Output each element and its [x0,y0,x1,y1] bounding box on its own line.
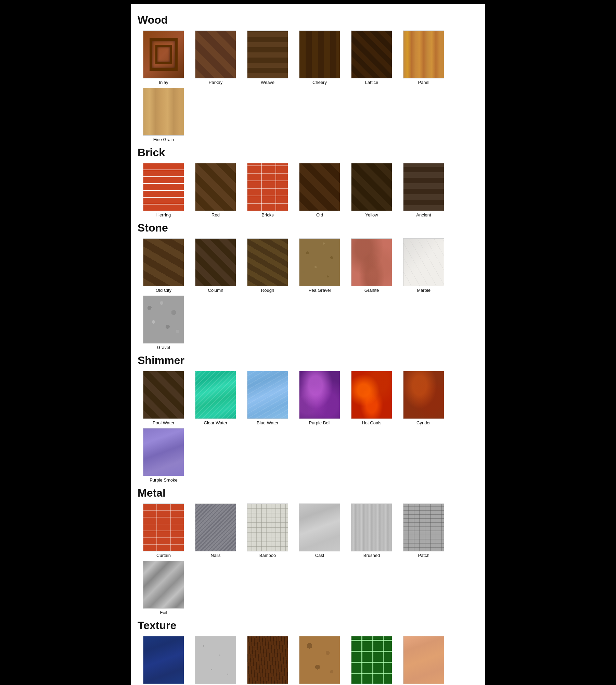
texture-item-marble[interactable]: Marble [400,238,448,293]
texture-item-cynder[interactable]: Cynder [400,371,448,425]
texture-swatch-brushed [351,503,392,551]
texture-swatch-yellow [351,163,392,211]
texture-item-parkay[interactable]: Parkay [192,30,240,85]
texture-swatch-inlay [143,30,184,78]
texture-item-pea-gravel[interactable]: Pea Gravel [296,238,344,293]
texture-swatch-ancient [403,163,444,211]
texture-label-old: Old [316,212,323,217]
section-title-shimmer: Shimmer [138,354,478,367]
texture-item-purpleboil[interactable]: Purple Boil [296,371,344,425]
texture-label-cynder: Cynder [416,420,431,425]
texture-item-yellow[interactable]: Yellow [348,163,396,217]
texture-item-column[interactable]: Column [192,238,240,293]
texture-swatch-purpleboil [299,371,340,419]
texture-item-greenplaid[interactable]: Green Plaid [348,636,396,685]
texture-label-hotcoals: Hot Coals [362,420,381,425]
texture-item-rough[interactable]: Rough [244,238,292,293]
texture-item-clearwater[interactable]: Clear Water [192,371,240,425]
texture-item-gravel[interactable]: Gravel [140,296,188,350]
texture-item-panel[interactable]: Panel [400,30,448,85]
texture-swatch-greenplaid [351,636,392,684]
texture-grid-wood: InlayParkayWeaveCheeryLatticePanelFine G… [138,29,478,144]
texture-swatch-hotcoals [351,371,392,419]
texture-item-finegrain[interactable]: Fine Grain [140,88,188,142]
texture-swatch-foil [143,561,184,609]
texture-label-finegrain: Fine Grain [153,137,174,142]
texture-swatch-bamboo [247,503,288,551]
texture-label-inlay: Inlay [159,80,168,85]
texture-item-curtain[interactable]: Curtain [140,503,188,558]
texture-swatch-clearwater [195,371,236,419]
texture-item-patch[interactable]: Patch [400,503,448,558]
texture-label-ancient: Ancient [416,212,431,217]
texture-label-pea-gravel: Pea Gravel [308,288,331,293]
texture-label-patch: Patch [418,553,429,558]
texture-swatch-red [195,163,236,211]
texture-swatch-purplesmoke [143,428,184,476]
texture-item-cast[interactable]: Cast [296,503,344,558]
texture-swatch-parkay [195,30,236,78]
texture-swatch-panel [403,30,444,78]
texture-label-foil: Foil [160,610,167,615]
texture-item-inlay[interactable]: Inlay [140,30,188,85]
section-title-metal: Metal [138,487,478,499]
texture-item-fineblue[interactable]: Fine Blue [140,636,188,685]
texture-swatch-curtain [143,503,184,551]
texture-grid-metal: CurtainNailsBambooCastBrushedPatchFoil [138,502,478,616]
texture-item-bluewater[interactable]: Blue Water [244,371,292,425]
texture-label-parkay: Parkay [209,80,222,85]
texture-swatch-cork [299,636,340,684]
texture-item-bark[interactable]: Bark [244,636,292,685]
texture-grid-shimmer: Pool WaterClear WaterBlue WaterPurple Bo… [138,370,478,484]
texture-item-nails[interactable]: Nails [192,503,240,558]
texture-label-herring: Herring [156,212,171,217]
texture-swatch-fineblue [143,636,184,684]
texture-label-purpleboil: Purple Boil [309,420,331,425]
texture-label-bluewater: Blue Water [257,420,279,425]
texture-grid-stone: Old CityColumnRoughPea GravelGraniteMarb… [138,237,478,351]
texture-item-graycarpet[interactable]: Gray Carpet [192,636,240,685]
texture-item-cork[interactable]: Cork [296,636,344,685]
texture-item-ancient[interactable]: Ancient [400,163,448,217]
texture-item-red[interactable]: Red [192,163,240,217]
texture-label-column: Column [208,288,223,293]
texture-item-herring[interactable]: Herring [140,163,188,217]
texture-item-lattice[interactable]: Lattice [348,30,396,85]
texture-item-bricks[interactable]: Bricks [244,163,292,217]
texture-label-bamboo: Bamboo [259,553,276,558]
texture-swatch-lattice [351,30,392,78]
texture-swatch-cynder [403,371,444,419]
texture-item-oldcity[interactable]: Old City [140,238,188,293]
texture-item-old[interactable]: Old [296,163,344,217]
texture-label-rough: Rough [261,288,274,293]
texture-grid-texture: Fine BlueGray CarpetBarkCorkGreen PlaidS… [138,635,478,685]
texture-item-granite[interactable]: Granite [348,238,396,293]
texture-label-bricks: Bricks [261,212,273,217]
texture-swatch-patch [403,503,444,551]
texture-item-purplesmoke[interactable]: Purple Smoke [140,428,188,483]
texture-item-cheery[interactable]: Cheery [296,30,344,85]
texture-label-marble: Marble [417,288,431,293]
texture-swatch-old [299,163,340,211]
texture-label-cheery: Cheery [312,80,327,85]
section-title-brick: Brick [138,146,478,159]
texture-label-curtain: Curtain [156,553,171,558]
texture-item-brushed[interactable]: Brushed [348,503,396,558]
main-container: WoodInlayParkayWeaveCheeryLatticePanelFi… [130,3,486,685]
texture-swatch-weave [247,30,288,78]
texture-swatch-bark [247,636,288,684]
texture-label-nails: Nails [211,553,221,558]
texture-item-hotcoals[interactable]: Hot Coals [348,371,396,425]
texture-label-poolwater: Pool Water [153,420,175,425]
texture-swatch-pea-gravel [299,238,340,286]
texture-label-panel: Panel [418,80,429,85]
texture-item-foil[interactable]: Foil [140,561,188,615]
texture-item-skin[interactable]: Skin [400,636,448,685]
texture-item-bamboo[interactable]: Bamboo [244,503,292,558]
texture-item-poolwater[interactable]: Pool Water [140,371,188,425]
texture-label-brushed: Brushed [363,553,380,558]
texture-swatch-graycarpet [195,636,236,684]
texture-item-weave[interactable]: Weave [244,30,292,85]
section-title-texture: Texture [138,619,478,632]
texture-swatch-oldcity [143,238,184,286]
